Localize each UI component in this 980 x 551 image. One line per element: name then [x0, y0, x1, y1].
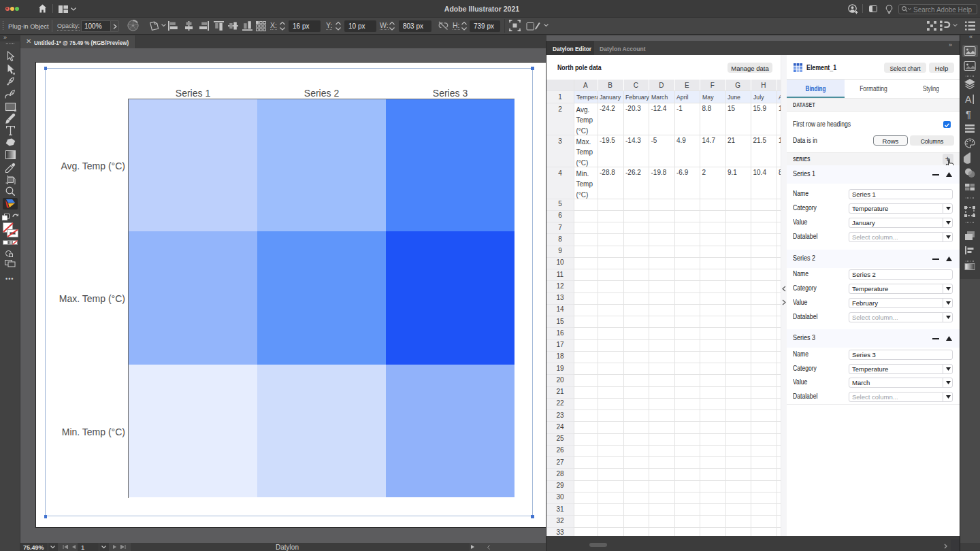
- svg-text:¶: ¶: [966, 108, 971, 120]
- svg-text:A: A: [965, 94, 972, 105]
